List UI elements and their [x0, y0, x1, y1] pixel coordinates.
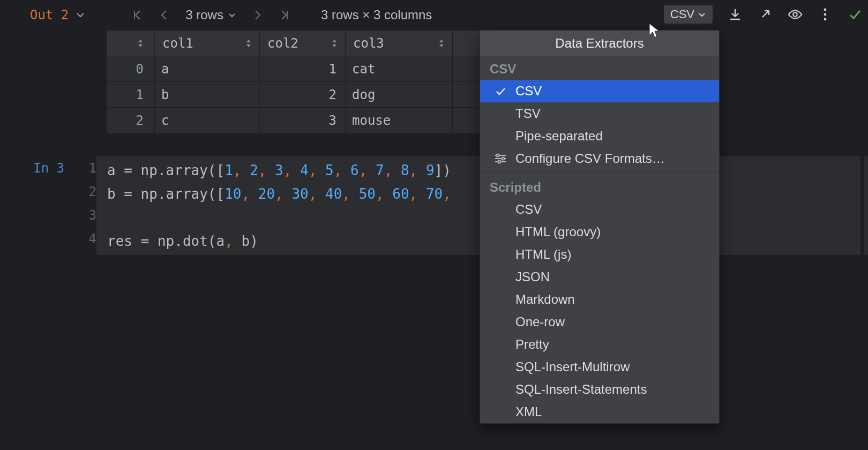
option-label: SQL-Insert-Multirow: [515, 359, 719, 374]
code-editor[interactable]: a = np.array([1, 2, 3, 4, 5, 6, 7, 8, 9]…: [96, 156, 860, 255]
line-number: 4: [64, 227, 96, 251]
svg-point-6: [498, 161, 501, 163]
row-index: 0: [107, 56, 155, 81]
extractor-option[interactable]: SQL-Insert-Statements: [480, 378, 719, 401]
data-extractors-popup: Data Extractors CSV CSVTSVPipe-separated…: [480, 30, 720, 424]
line-number: 1: [64, 156, 96, 180]
cell[interactable]: mouse: [346, 108, 453, 133]
column-header-label: col3: [353, 36, 384, 51]
column-header[interactable]: col1: [155, 31, 260, 56]
page-indicator[interactable]: 3 rows: [185, 8, 236, 22]
more-icon[interactable]: [818, 8, 833, 21]
last-page-icon[interactable]: [279, 9, 290, 21]
dimensions-label: 3 rows × 3 columns: [321, 8, 432, 22]
extractor-option[interactable]: CSV: [480, 198, 719, 221]
svg-point-1: [824, 9, 827, 11]
option-label: One-row: [515, 314, 719, 329]
cell[interactable]: 2: [260, 82, 346, 107]
extractor-option[interactable]: XML: [480, 401, 719, 423]
cell[interactable]: b: [155, 82, 260, 107]
next-page-icon[interactable]: [252, 9, 263, 21]
popup-title: Data Extractors: [480, 31, 719, 56]
extractor-option[interactable]: HTML (js): [480, 243, 719, 266]
extractor-option[interactable]: Pipe-separated: [480, 125, 719, 147]
eye-icon[interactable]: [788, 9, 803, 20]
option-label: HTML (js): [515, 247, 719, 262]
sliders-icon: [493, 153, 508, 164]
svg-point-0: [793, 12, 797, 16]
cell[interactable]: c: [155, 108, 260, 133]
table-row[interactable]: 1b2dog: [107, 82, 481, 108]
option-label: XML: [515, 404, 719, 419]
row-index: 2: [107, 108, 155, 133]
extractor-option[interactable]: HTML (groovy): [480, 221, 719, 243]
column-header[interactable]: col3: [346, 31, 453, 56]
svg-point-2: [824, 13, 827, 16]
cell[interactable]: a: [155, 56, 260, 81]
prev-page-icon[interactable]: [159, 9, 169, 21]
extractor-dropdown-label: CSV: [670, 8, 694, 21]
option-label: Configure CSV Formats…: [515, 151, 719, 166]
pop-out-icon[interactable]: [758, 9, 773, 20]
column-header[interactable]: col2: [260, 31, 346, 56]
page-rows: 3 rows: [185, 8, 223, 22]
option-label: CSV: [515, 202, 719, 217]
svg-point-4: [497, 154, 499, 157]
option-label: Pipe-separated: [515, 129, 719, 144]
chevron-down-icon[interactable]: [75, 10, 86, 20]
row-index: 1: [107, 82, 155, 107]
option-label: HTML (groovy): [515, 224, 719, 239]
extractor-option[interactable]: Markdown: [480, 288, 719, 311]
line-number: 2: [64, 180, 96, 204]
separator: [480, 172, 719, 172]
option-label: SQL-Insert-Statements: [515, 382, 719, 397]
configure-csv-formats-item[interactable]: Configure CSV Formats…: [480, 147, 719, 170]
column-header-label: col2: [267, 36, 298, 51]
first-page-icon[interactable]: [132, 9, 143, 21]
code-cell-marker: [864, 156, 868, 255]
extractor-option[interactable]: CSV: [480, 80, 719, 102]
line-number-gutter: 1 2 3 4: [64, 156, 96, 255]
cell[interactable]: dog: [346, 82, 453, 107]
option-label: Pretty: [515, 337, 719, 352]
output-label: Out 2: [30, 8, 69, 22]
check-icon: [848, 8, 863, 21]
option-label: JSON: [515, 269, 719, 284]
popup-section-header: CSV: [480, 56, 719, 80]
extractor-option[interactable]: TSV: [480, 102, 719, 125]
cell[interactable]: 1: [260, 56, 346, 81]
check-icon: [493, 86, 508, 96]
column-header-label: col1: [162, 36, 193, 51]
table-row[interactable]: 0a1cat: [107, 56, 481, 82]
result-table[interactable]: col1 col2 col3 0a1cat1b2dog2c3mouse: [106, 30, 481, 134]
download-icon[interactable]: [728, 8, 743, 21]
extractor-option[interactable]: SQL-Insert-Multirow: [480, 356, 719, 378]
option-label: Markdown: [515, 292, 719, 307]
input-label: In 3: [0, 156, 64, 180]
cell[interactable]: cat: [346, 56, 453, 81]
extractor-dropdown-button[interactable]: CSV: [664, 5, 713, 24]
option-label: TSV: [515, 106, 719, 121]
option-label: CSV: [515, 84, 719, 99]
extractor-option[interactable]: JSON: [480, 266, 719, 288]
cell[interactable]: 3: [260, 108, 346, 133]
sort-icon[interactable]: [137, 39, 144, 48]
svg-point-5: [502, 158, 505, 160]
extractor-option[interactable]: Pretty: [480, 333, 719, 356]
extractor-option[interactable]: One-row: [480, 311, 719, 333]
line-number: 3: [64, 204, 96, 227]
svg-point-3: [824, 18, 827, 21]
popup-section-header: Scripted: [480, 175, 719, 198]
table-row[interactable]: 2c3mouse: [107, 108, 481, 133]
